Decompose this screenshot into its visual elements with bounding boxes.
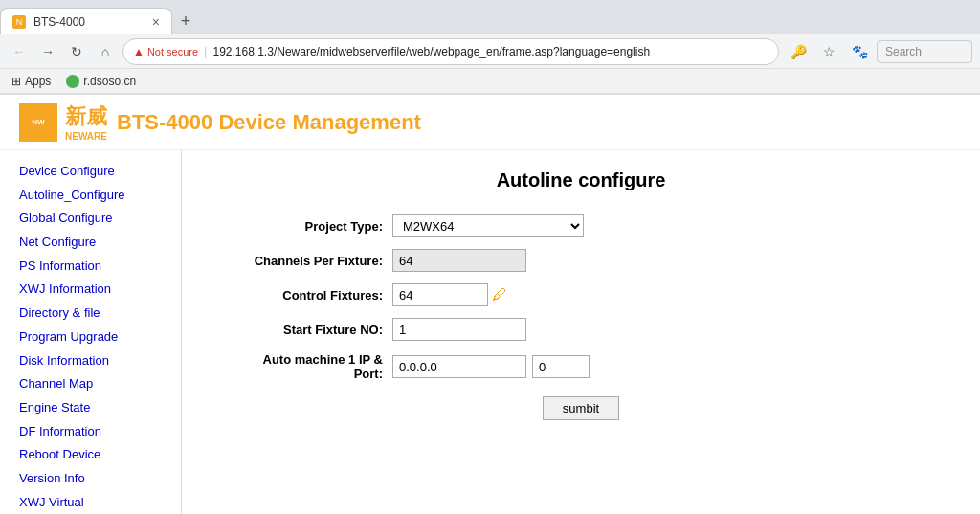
tab-favicon: N [12, 15, 26, 29]
tab-title: BTS-4000 [33, 15, 145, 29]
nav-right-area: 🔑 ☆ 🐾 Search [785, 38, 972, 65]
browser-chrome: N BTS-4000 × + ← → ↻ ⌂ ▲ Not secure | 19… [0, 0, 980, 95]
sidebar-item-device-configure[interactable]: Device Configure [19, 160, 162, 184]
bookmark-favicon [66, 75, 79, 88]
bookmark-dsoso[interactable]: r.dsoso.cn [62, 73, 140, 90]
auto-machine-label: Auto machine 1 IP & Port: [220, 352, 392, 381]
channels-per-fixture-field [392, 249, 942, 272]
project-type-row: Project Type: M2WX64 M2WX32 M2WX16 [220, 214, 942, 237]
sidebar-item-autoline-configure[interactable]: Autoline_Configure [19, 184, 162, 208]
home-button[interactable]: ⌂ [94, 40, 117, 63]
bookmark-apps[interactable]: ⊞ Apps [8, 73, 55, 90]
sidebar-item-engine-state[interactable]: Engine State [19, 396, 162, 420]
sidebar-item-global-configure[interactable]: Global Configure [19, 207, 162, 231]
sidebar-item-version-info[interactable]: Version Info [19, 467, 162, 491]
apps-grid-icon: ⊞ [11, 75, 21, 88]
channels-per-fixture-input[interactable] [392, 249, 526, 272]
auto-machine-ip-input[interactable] [392, 355, 526, 378]
auto-machine-port-input[interactable] [532, 355, 590, 378]
sidebar-item-program-upgrade[interactable]: Program Upgrade [19, 325, 162, 349]
forward-icon: → [41, 44, 55, 59]
nav-bar: ← → ↻ ⌂ ▲ Not secure | 192.168.1.3/Newar… [0, 34, 980, 69]
bookmarks-bar: ⊞ Apps r.dsoso.cn [0, 69, 980, 94]
start-fixture-no-input[interactable] [392, 318, 526, 341]
key-icon: 🔑 [791, 44, 807, 59]
page-title: Autoline configure [220, 169, 942, 191]
key-icon-button[interactable]: 🔑 [785, 38, 812, 65]
reload-button[interactable]: ↻ [65, 40, 88, 63]
tab-bar: N BTS-4000 × + [0, 0, 980, 34]
warning-icon: ▲ [133, 45, 145, 58]
puzzle-icon: 🐾 [852, 44, 868, 59]
site-title: BTS-4000 Device Management [117, 110, 421, 135]
tab-close-button[interactable]: × [152, 15, 160, 29]
logo-inner-text: NW [32, 118, 44, 126]
channels-per-fixture-row: Channels Per Fixture: [220, 249, 942, 272]
control-fixtures-cursor-icon: 🖊 [492, 286, 507, 303]
search-bar[interactable]: Search [877, 40, 972, 63]
logo-square: NW [19, 103, 57, 142]
start-fixture-no-label: Start Fixture NO: [220, 323, 392, 337]
sidebar-item-net-configure[interactable]: Net Configure [19, 231, 162, 255]
main-layout: Device Configure Autoline_Configure Glob… [0, 150, 980, 514]
forward-button[interactable]: → [36, 40, 59, 63]
auto-machine-field [392, 355, 942, 378]
submit-row: sumbit [220, 396, 942, 420]
address-bar[interactable]: ▲ Not secure | 192.168.1.3/Neware/midweb… [122, 38, 779, 65]
bookmark-star-button[interactable]: ☆ [815, 38, 842, 65]
logo-chinese: 新威 [65, 102, 107, 131]
sidebar-item-disk-information[interactable]: Disk Information [19, 349, 162, 373]
auto-machine-ip-port-group [392, 355, 942, 378]
sidebar: Device Configure Autoline_Configure Glob… [0, 150, 182, 514]
autoline-configure-form: Project Type: M2WX64 M2WX32 M2WX16 Chann… [220, 214, 942, 420]
address-url: 192.168.1.3/Neware/midwebserverfile/web/… [212, 45, 768, 58]
search-placeholder: Search [885, 45, 922, 58]
control-fixtures-input[interactable] [392, 283, 488, 306]
logo-box: NW 新威 NEWARE [19, 102, 107, 142]
control-fixtures-row: Control Fixtures: 🖊 [220, 283, 942, 306]
start-fixture-no-row: Start Fixture NO: [220, 318, 942, 341]
back-button[interactable]: ← [8, 40, 31, 63]
sidebar-item-directory-file[interactable]: Directory & file [19, 302, 162, 325]
project-type-label: Project Type: [220, 219, 392, 234]
extensions-button[interactable]: 🐾 [846, 38, 873, 65]
project-type-select[interactable]: M2WX64 M2WX32 M2WX16 [392, 214, 584, 237]
not-secure-label: Not secure [147, 46, 198, 57]
logo-english: NEWARE [65, 131, 107, 142]
sidebar-item-xwj-information[interactable]: XWJ Information [19, 278, 162, 302]
main-area: Autoline configure Project Type: M2WX64 … [182, 150, 980, 514]
address-separator: | [204, 44, 207, 58]
bookmark-dsoso-label: r.dsoso.cn [83, 75, 136, 88]
control-fixtures-field: 🖊 [392, 283, 942, 306]
sidebar-item-channel-map[interactable]: Channel Map [19, 372, 162, 396]
new-tab-button[interactable]: + [172, 8, 199, 34]
home-icon: ⌂ [101, 44, 109, 59]
sidebar-item-ps-information[interactable]: PS Information [19, 255, 162, 279]
control-fixtures-label: Control Fixtures: [220, 288, 392, 302]
sidebar-item-xwj-virtual[interactable]: XWJ Virtual [19, 491, 162, 514]
star-icon: ☆ [823, 44, 835, 59]
logo-text-area: 新威 NEWARE [65, 102, 107, 142]
auto-machine-row: Auto machine 1 IP & Port: [220, 352, 942, 381]
back-icon: ← [12, 44, 26, 59]
page-content: NW 新威 NEWARE BTS-4000 Device Management … [0, 95, 980, 514]
channels-per-fixture-label: Channels Per Fixture: [220, 254, 392, 268]
bookmark-apps-label: Apps [25, 75, 51, 88]
active-tab[interactable]: N BTS-4000 × [0, 8, 172, 34]
project-type-field[interactable]: M2WX64 M2WX32 M2WX16 [392, 214, 942, 237]
sidebar-item-df-information[interactable]: DF Information [19, 420, 162, 444]
sidebar-item-reboot-device[interactable]: Reboot Device [19, 443, 162, 467]
start-fixture-no-field [392, 318, 942, 341]
submit-button[interactable]: sumbit [543, 396, 619, 420]
site-header: NW 新威 NEWARE BTS-4000 Device Management [0, 95, 980, 150]
reload-icon: ↻ [71, 44, 82, 59]
security-indicator: ▲ Not secure [133, 45, 198, 58]
